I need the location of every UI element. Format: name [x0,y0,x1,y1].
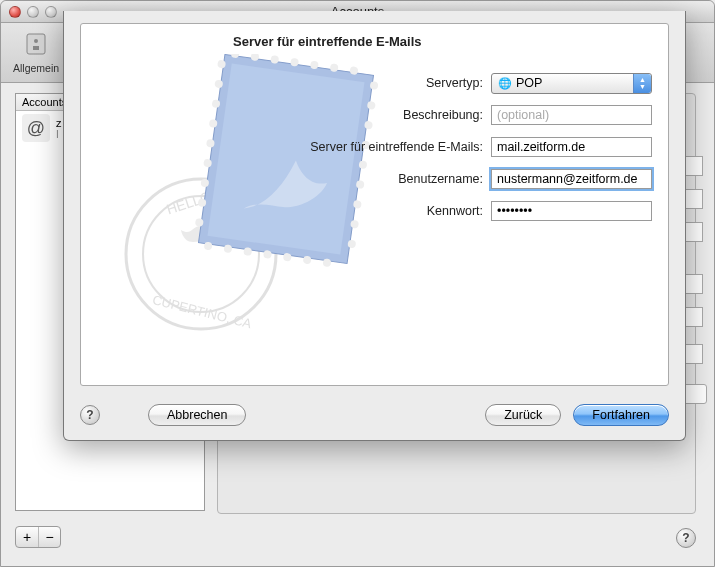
help-button[interactable]: ? [676,528,696,548]
sheet-content: Server für eintreffende E-Mails HELLO FR… [80,23,669,386]
label-incoming: Server für eintreffende E-Mails: [281,140,491,154]
add-account-button[interactable]: + [16,527,38,547]
globe-icon: 🌐 [498,77,512,90]
svg-point-1 [34,39,38,43]
incoming-server-input[interactable] [491,137,652,157]
back-button[interactable]: Zurück [485,404,561,426]
svg-rect-2 [33,46,39,50]
remove-account-button[interactable]: − [38,527,60,547]
form-area: Servertyp: 🌐 POP ▲▼ Beschreibung: Server… [281,68,652,228]
preferences-window: Accounts Allgemein @ Accounts RSS RSS We… [0,0,715,567]
popup-arrows-icon: ▲▼ [633,74,651,93]
row-password: Kennwort: [281,196,652,226]
add-remove-control: + − [15,526,61,548]
row-incoming: Server für eintreffende E-Mails: [281,132,652,162]
servertype-value: POP [516,76,542,90]
cancel-button[interactable]: Abbrechen [148,404,246,426]
toolbar-label: Allgemein [13,62,59,74]
account-line1: z [56,117,62,129]
setup-sheet: Server für eintreffende E-Mails HELLO FR… [63,11,686,441]
username-input[interactable] [491,169,652,189]
servertype-popup[interactable]: 🌐 POP ▲▼ [491,73,652,94]
label-description: Beschreibung: [281,108,491,122]
general-icon [20,28,52,60]
row-username: Benutzername: [281,164,652,194]
row-servertype: Servertyp: 🌐 POP ▲▼ [281,68,652,98]
label-password: Kennwort: [281,204,491,218]
continue-button[interactable]: Fortfahren [573,404,669,426]
row-description: Beschreibung: [281,100,652,130]
label-servertype: Servertyp: [281,76,491,90]
svg-rect-0 [27,34,45,54]
sheet-heading: Server für eintreffende E-Mails [233,34,422,49]
toolbar-item-general[interactable]: Allgemein [7,24,65,78]
description-input[interactable] [491,105,652,125]
account-line2: I [56,129,62,140]
sheet-button-bar: ? Abbrechen Zurück Fortfahren [80,404,669,426]
account-at-icon: @ [22,114,50,142]
label-username: Benutzername: [281,172,491,186]
password-input[interactable] [491,201,652,221]
sheet-help-button[interactable]: ? [80,405,100,425]
